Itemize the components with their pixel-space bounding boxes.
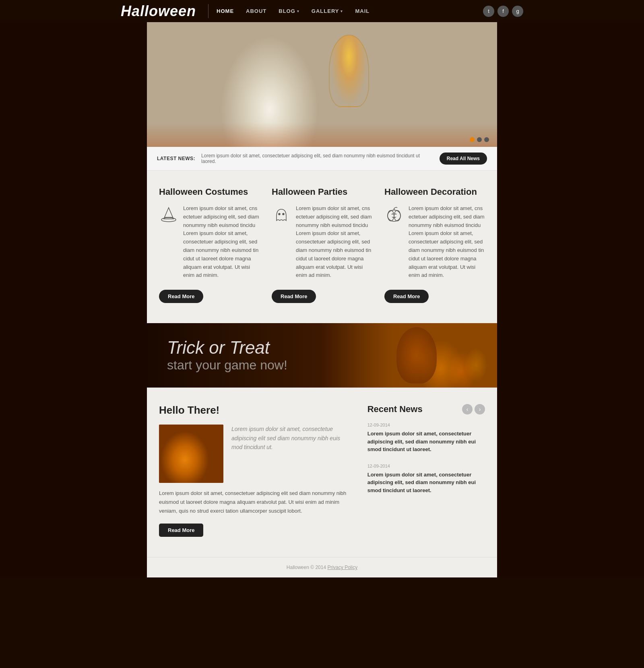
- costume-svg: [160, 205, 178, 223]
- site-header: Halloween HOME ABOUT BLOG ▾ GALLERY ▾ MA…: [0, 0, 644, 22]
- trick-title: Trick or Treat: [167, 338, 287, 357]
- svg-point-4: [283, 213, 284, 215]
- news-label: LATEST NEWS:: [157, 156, 195, 161]
- hello-image: [159, 425, 223, 483]
- ghost-svg: [272, 205, 290, 223]
- read-all-news-button[interactable]: Read All News: [440, 153, 487, 165]
- nav-blog[interactable]: BLOG ▾: [279, 8, 299, 14]
- decoration-body: Lorem ipsum dolor sit amet, cns ectetuer…: [384, 204, 485, 280]
- decoration-read-more-button[interactable]: Read More: [384, 290, 429, 303]
- hello-title: Hello There!: [159, 404, 347, 416]
- costumes-title: Halloween Costumes: [159, 187, 260, 197]
- recent-news-prev-button[interactable]: ‹: [462, 404, 473, 414]
- parties-body: Lorem ipsum dolor sit amet, cns ectetuer…: [272, 204, 372, 280]
- ghost-icon: [272, 204, 291, 224]
- bottom-section: Hello There! Lorem ipsum dolor sit amet,…: [147, 388, 497, 557]
- parties-read-more-button[interactable]: Read More: [272, 290, 316, 303]
- hello-section: Hello There! Lorem ipsum dolor sit amet,…: [159, 404, 347, 537]
- pumpkin-svg: [385, 205, 403, 223]
- news-date-2: 12-09-2014: [367, 464, 485, 468]
- costume-icon: [159, 204, 178, 224]
- trick-subtitle: start your game now!: [167, 358, 287, 373]
- news-headline-1: Lorem ipsum dolor sit amet, consectetuer…: [367, 430, 485, 454]
- hero-slider: [147, 22, 497, 147]
- decoration-text: Lorem ipsum dolor sit amet, cns ectetuer…: [409, 204, 485, 280]
- nav-about[interactable]: ABOUT: [246, 8, 266, 14]
- candle-glow: [329, 35, 369, 107]
- slider-dot-1[interactable]: [470, 137, 475, 142]
- news-bar: LATEST NEWS: Lorem ipsum dolor sit amet,…: [147, 147, 497, 171]
- costumes-body: Lorem ipsum dolor sit amet, cns ectetuer…: [159, 204, 260, 280]
- hero-image: [147, 22, 497, 147]
- slider-dot-3[interactable]: [484, 137, 489, 142]
- site-logo: Halloween: [121, 3, 196, 20]
- header-divider: [208, 4, 208, 18]
- social-icons: t f g: [483, 6, 523, 17]
- nav-home[interactable]: HOME: [217, 8, 234, 14]
- news-item-1: 12-09-2014 Lorem ipsum dolor sit amet, c…: [367, 423, 485, 454]
- recent-news-nav: ‹ ›: [462, 404, 485, 414]
- recent-news-title: Recent News: [367, 404, 423, 414]
- recent-news-header: Recent News ‹ ›: [367, 404, 485, 414]
- nav-mail[interactable]: MAIL: [355, 8, 369, 14]
- hello-paragraph: Lorem ipsum dolor sit amet, consectetuer…: [159, 489, 347, 515]
- hello-content: Lorem ipsum dolor sit amet, consectetue …: [159, 425, 347, 483]
- hello-quote: Lorem ipsum dolor sit amet, consectetue …: [231, 425, 347, 483]
- news-headline-2: Lorem ipsum dolor sit amet, consectetuer…: [367, 471, 485, 495]
- facebook-icon[interactable]: f: [497, 6, 509, 17]
- decoration-section: Halloween Decoration: [384, 187, 485, 303]
- news-text: Lorem ipsum dolor sit amet, consectetuer…: [201, 153, 433, 164]
- recent-news-section: Recent News ‹ › 12-09-2014 Lorem ipsum d…: [367, 404, 485, 537]
- main-nav: HOME ABOUT BLOG ▾ GALLERY ▾ MAIL: [217, 8, 483, 14]
- parties-text: Lorem ipsum dolor sit amet, cns ectetuer…: [296, 204, 372, 280]
- trick-or-treat-banner: Trick or Treat start your game now!: [147, 323, 497, 388]
- gallery-dropdown-arrow: ▾: [341, 9, 343, 13]
- recent-news-next-button[interactable]: ›: [475, 404, 485, 414]
- news-item-2: 12-09-2014 Lorem ipsum dolor sit amet, c…: [367, 464, 485, 495]
- bottom-grid: Hello There! Lorem ipsum dolor sit amet,…: [159, 404, 485, 537]
- autumn-leaves: [147, 123, 497, 147]
- slider-dots: [470, 137, 489, 142]
- news-date-1: 12-09-2014: [367, 423, 485, 427]
- nav-gallery[interactable]: GALLERY ▾: [312, 8, 343, 14]
- decoration-title: Halloween Decoration: [384, 187, 485, 197]
- costumes-text: Lorem ipsum dolor sit amet, cns ectetuer…: [183, 204, 260, 280]
- footer-copyright: Halloween © 2014: [287, 565, 326, 570]
- main-content: Halloween Costumes Lorem ipsum dolor sit…: [147, 171, 497, 323]
- costumes-section: Halloween Costumes Lorem ipsum dolor sit…: [159, 187, 260, 303]
- pumpkin-icon: [384, 204, 404, 224]
- site-footer: Halloween © 2014 Privacy Policy: [147, 557, 497, 577]
- three-columns: Halloween Costumes Lorem ipsum dolor sit…: [159, 187, 485, 303]
- svg-point-7: [394, 210, 400, 221]
- blog-dropdown-arrow: ▾: [297, 9, 299, 13]
- banner-text: Trick or Treat start your game now!: [167, 338, 287, 372]
- svg-point-3: [279, 213, 280, 215]
- costumes-read-more-button[interactable]: Read More: [159, 290, 203, 303]
- svg-point-0: [161, 218, 176, 222]
- hello-image-inner: [159, 425, 223, 483]
- twitter-icon[interactable]: t: [483, 6, 494, 17]
- jack-o-lantern-silhouette: [396, 327, 437, 383]
- parties-section: Halloween Parties Lorem ipsum dolor sit …: [272, 187, 372, 303]
- privacy-policy-link[interactable]: Privacy Policy: [327, 565, 357, 570]
- googleplus-icon[interactable]: g: [512, 6, 523, 17]
- hello-read-more-button[interactable]: Read More: [159, 524, 203, 537]
- svg-point-6: [388, 210, 394, 221]
- parties-title: Halloween Parties: [272, 187, 372, 197]
- slider-dot-2[interactable]: [477, 137, 482, 142]
